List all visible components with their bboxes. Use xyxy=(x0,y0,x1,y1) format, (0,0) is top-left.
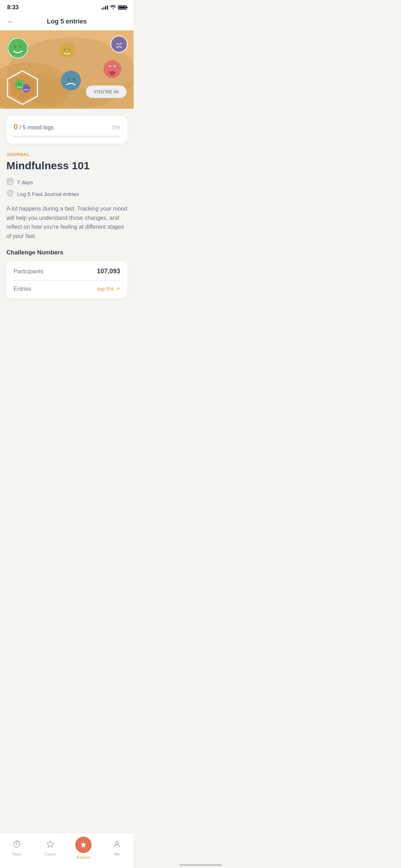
svg-point-23 xyxy=(27,87,28,88)
row-divider xyxy=(14,280,120,281)
meta-duration: 7 days xyxy=(6,178,127,187)
svg-point-19 xyxy=(18,83,19,85)
svg-point-20 xyxy=(21,83,22,85)
progress-current: 0 xyxy=(14,122,18,131)
svg-rect-31 xyxy=(10,181,10,182)
svg-point-5 xyxy=(59,42,75,58)
challenge-numbers-title: Challenge Numbers xyxy=(6,249,127,256)
progress-label: / 5 mood logs xyxy=(20,124,54,130)
svg-rect-32 xyxy=(11,181,12,182)
status-time: 8:33 xyxy=(7,4,19,11)
participants-row: Participants 107,093 xyxy=(14,268,120,280)
back-button[interactable]: ← xyxy=(7,17,14,26)
badge-hexagon: 5 xyxy=(6,70,38,107)
emoji-green xyxy=(7,37,29,59)
svg-point-8 xyxy=(111,36,127,52)
svg-point-3 xyxy=(14,45,16,48)
progress-card: 0 / 5 mood logs 0% xyxy=(6,116,127,144)
meta-goal: Log 5 Fast Journal entries xyxy=(6,190,127,198)
entries-label: Entries xyxy=(14,286,31,292)
emoji-blue xyxy=(60,70,82,93)
svg-text:5: 5 xyxy=(21,98,24,103)
progress-bar-background xyxy=(14,136,120,137)
battery-icon xyxy=(118,5,127,10)
participants-label: Participants xyxy=(14,268,43,275)
entries-row: Entries top 5% ↗ xyxy=(14,286,120,292)
challenge-title: Mindfulness 101 xyxy=(6,159,127,172)
wifi-icon xyxy=(110,5,116,10)
svg-point-14 xyxy=(103,60,121,78)
section-label: JOURNAL xyxy=(6,152,127,157)
youre-in-button[interactable]: YOU'RE IN xyxy=(86,86,127,98)
svg-point-12 xyxy=(67,78,69,81)
hero-banner: 5 YOU'RE IN xyxy=(0,30,134,109)
challenge-description: A lot happens during a fast. Tracking yo… xyxy=(6,204,127,241)
svg-point-36 xyxy=(9,192,11,195)
svg-point-4 xyxy=(20,45,22,48)
header: ← Log 5 entries xyxy=(0,13,134,30)
duration-text: 7 days xyxy=(17,179,33,185)
svg-point-2 xyxy=(8,38,28,58)
progress-text: 0 / 5 mood logs xyxy=(14,122,54,131)
goal-text: Log 5 Fast Journal entries xyxy=(17,191,79,197)
target-icon xyxy=(6,190,14,198)
emoji-red xyxy=(103,60,122,81)
calendar-icon xyxy=(6,178,14,187)
svg-rect-34 xyxy=(10,182,10,183)
participants-value: 107,093 xyxy=(97,268,120,275)
progress-header: 0 / 5 mood logs 0% xyxy=(14,122,120,131)
signal-icon xyxy=(102,5,108,10)
main-content: 0 / 5 mood logs 0% JOURNAL Mindfulness 1… xyxy=(0,109,134,334)
status-icons xyxy=(102,5,127,10)
svg-point-13 xyxy=(73,78,75,81)
status-bar: 8:33 xyxy=(0,0,134,13)
svg-rect-30 xyxy=(8,181,9,182)
progress-percent: 0% xyxy=(112,124,120,130)
entries-value: top 5% ↗ xyxy=(97,286,120,292)
page-title: Log 5 entries xyxy=(47,18,87,25)
emoji-yellow xyxy=(58,42,76,60)
svg-rect-33 xyxy=(8,182,9,183)
emoji-purple xyxy=(110,35,128,55)
svg-point-6 xyxy=(64,48,66,51)
svg-point-11 xyxy=(61,71,81,91)
numbers-card: Participants 107,093 Entries top 5% ↗ xyxy=(6,261,127,299)
svg-point-22 xyxy=(24,87,25,88)
svg-point-21 xyxy=(22,84,30,93)
svg-point-7 xyxy=(68,48,70,51)
